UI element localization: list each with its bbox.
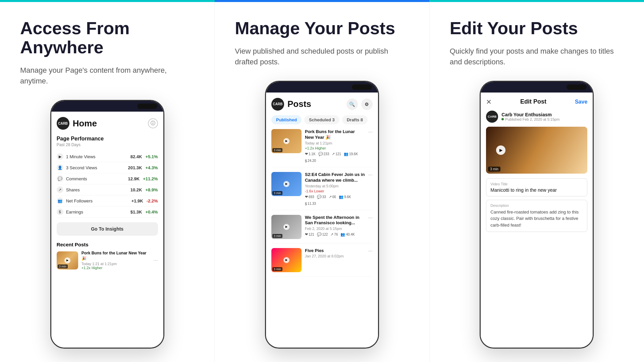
post-thumb-0: ▶ 3 min [271,129,302,153]
post-title-3: Five Pies [305,248,365,254]
stat-1-4: $11.33 [305,202,316,206]
play-icon: ▶ [64,257,70,263]
info-icon[interactable]: ⓘ [148,118,158,128]
metric-chg-3: +8.9% [145,187,158,192]
post-title-0: Pork Buns for the Lunar New Year 🎉 [305,129,365,140]
post-more-icon[interactable]: ··· [153,257,158,263]
home-title: Home [73,118,97,129]
post-time-0: Today at 1:21pm [305,141,365,145]
post-stats-0: ❤1.1K 💬233 ↗121 👥19.6K $24.20 [305,152,365,163]
notch-pill-3 [567,84,587,90]
creator-status: Published Feb 2, 2020 at 5:15pm [501,117,559,121]
post-stats-2: ❤121 💬122 ↗76 👥40.4K [305,232,365,237]
home-header: CARB Home ⓘ [57,117,158,130]
insights-button[interactable]: Go To Insights [57,222,158,236]
phone-manage: CARB Posts 🔍 ⚙ Published Scheduled 3 Dra… [265,81,379,349]
recent-post-time: Today 1:21 at 1:21pm [82,262,150,266]
phone-access: CARB Home ⓘ Page Performance Past 28 Day… [50,100,164,349]
col2-heading: Manage Your Posts [235,19,395,38]
post-more-3[interactable]: ··· [368,248,373,272]
published-dot [501,118,504,120]
phone-access-body: CARB Home ⓘ Page Performance Past 28 Day… [50,100,164,349]
metric-val-5: $1.3K [130,209,142,215]
metric-icon-2: 💬 [57,175,63,182]
post-more-2[interactable]: ··· [368,215,373,239]
col1-heading: Access From Anywhere [20,19,194,57]
post-info-0: Pork Buns for the Lunar New Year 🎉 Today… [305,129,365,163]
post-thumb-1: ▶ 3 min [271,172,302,196]
tab-published[interactable]: Published [271,115,302,124]
post-more-1[interactable]: ··· [368,172,373,206]
notch-pill-2 [352,84,372,90]
posts-icons: 🔍 ⚙ [346,99,373,110]
phone-notch-3 [481,82,593,93]
metric-val-0: 82.4K [130,154,142,159]
duration-1: 3 min [272,191,282,195]
video-play-icon[interactable]: ▶ [496,145,505,155]
search-icon[interactable]: 🔍 [346,99,358,110]
recent-post-info: Pork Buns for the Lunar New Year 🎉 Today… [82,251,150,270]
post-time-1: Yesterday at 5:00pm [305,184,365,188]
col2-desc: View published and scheduled posts or pu… [235,46,409,67]
tab-drafts[interactable]: Drafts 8 [342,115,368,124]
tab-scheduled[interactable]: Scheduled 3 [304,115,339,124]
phone-content-2: CARB Posts 🔍 ⚙ Published Scheduled 3 Dra… [266,93,378,348]
stat-1-2: ↗66 [329,195,336,199]
video-duration: 3 min [488,167,500,172]
post-item-0: ▶ 3 min Pork Buns for the Lunar New Year… [271,129,373,167]
description-field[interactable]: Description Canned fire-roasted tomatoes… [486,200,587,232]
filter-icon[interactable]: ⚙ [361,99,373,110]
posts-tabs: Published Scheduled 3 Drafts 8 [271,115,373,124]
duration-0: 3 min [272,148,282,152]
metric-val-3: 10.2K [130,187,142,192]
column-edit: Edit Your Posts Quickly find your posts … [430,2,644,362]
save-button[interactable]: Save [575,99,587,105]
metric-row-3: ↗Shares 10.2K+8.9% [57,184,158,195]
metric-chg-5: +0.4% [145,209,158,215]
posts-title: Posts [287,99,311,109]
metric-chg-0: +5.1% [145,154,158,159]
home-logo: CARB [57,117,69,130]
post-info-2: We Spent the Afternoon in San Fransisco … [305,215,365,239]
perf-sub: Past 28 Days [57,142,158,147]
posts-header: CARB Posts 🔍 ⚙ [271,98,373,111]
stat-0-2: ↗121 [332,152,341,156]
recent-post-thumb: ▶ 3 min [57,251,78,269]
desc-field-value: Canned fire-roasted tomatoes add zing to… [490,209,583,229]
post-thumb-3: ▶ 3 min [271,248,302,272]
desc-field-label: Description [490,203,583,207]
phone-edit: ✕ Edit Post Save CARB Carb Your Enthusia… [480,81,594,349]
metric-icon-0: ▶ [57,153,63,160]
posts-logo: CARB [271,98,284,111]
post-item-3: ▶ 3 min Five Pies Jan 27, 2020 at 6:02pm… [271,248,373,277]
perf-title: Page Performance [57,136,158,142]
stat-0-0: ❤1.1K [305,152,316,156]
duration-badge: 3 min [58,264,68,268]
edit-post-title: Edit Post [520,98,546,105]
metric-val-1: 201.3K [128,165,142,170]
recent-post-title: Pork Buns for the Lunar New Year 🎉 [82,251,150,261]
metric-row-4: 👥Net Followers +1.9K-2.2% [57,195,158,206]
video-title-field[interactable]: Video Title Manicotti to ring in the new… [486,178,587,196]
metric-val-4: +1.9K [131,198,143,203]
metric-val-2: 12.9K [128,176,140,181]
col3-heading: Edit Your Posts [450,19,578,38]
stat-2-0: ❤121 [305,232,314,237]
duration-2: 3 min [272,234,282,238]
metric-row-5: $Earnings $1.3K+0.4% [57,206,158,218]
metric-icon-5: $ [57,208,63,215]
stat-2-2: ↗76 [330,232,338,237]
col1-desc: Manage your Page's content from anywhere… [20,65,194,86]
post-info-1: S2:E4 Cabin Fever Join us in Canada wher… [305,172,365,206]
metrics-list: ▶1 Minute Views 82.4K+5.1% 👤3 Second Vie… [57,151,158,218]
close-icon[interactable]: ✕ [486,98,492,106]
notch-pill-1 [137,104,157,109]
creator-row: CARB Carb Your Enthusiasm Published Feb … [486,111,587,123]
post-title-2: We Spent the Afternoon in San Fransisco … [305,215,365,226]
recent-posts-title: Recent Posts [57,242,158,247]
post-more-0[interactable]: ··· [368,129,373,163]
play-icon-0: ▶ [283,138,289,144]
stat-0-3: 👥19.6K [344,152,358,156]
metric-icon-4: 👥 [57,197,63,204]
column-access: Access From Anywhere Manage your Page's … [0,2,215,362]
